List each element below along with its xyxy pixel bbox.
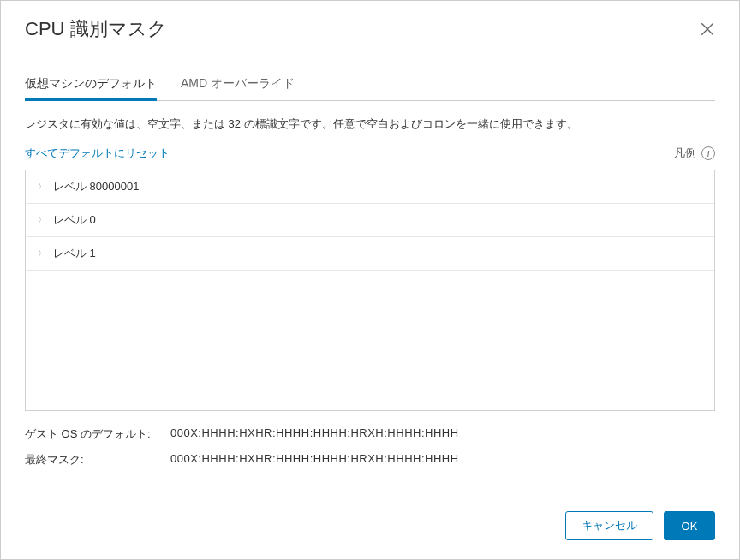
chevron-right-icon: 〉 (38, 181, 45, 193)
ok-button[interactable]: OK (664, 511, 715, 540)
tab-vm-default[interactable]: 仮想マシンのデフォルト (25, 69, 157, 101)
tab-label: 仮想マシンのデフォルト (25, 76, 157, 90)
legend-label: 凡例 (674, 146, 696, 161)
guest-default-label: ゲスト OS のデフォルト: (25, 426, 170, 442)
dialog-header: CPU 識別マスク (1, 1, 739, 54)
tab-amd-override[interactable]: AMD オーバーライド (181, 69, 295, 101)
level-label: レベル 0 (53, 212, 96, 228)
guest-default-value: 000X:HHHH:HXHR:HHHH:HHHH:HRXH:HHHH:HHHH (170, 426, 459, 442)
description-text: レジスタに有効な値は、空文字、または 32 の標識文字です。任意で空白およびコロ… (25, 116, 715, 132)
chevron-right-icon: 〉 (38, 214, 45, 226)
chevron-right-icon: 〉 (38, 247, 45, 259)
dialog-body: 仮想マシンのデフォルト AMD オーバーライド レジスタに有効な値は、空文字、ま… (1, 54, 739, 494)
cancel-button[interactable]: キャンセル (565, 511, 653, 540)
info-icon[interactable]: i (701, 146, 715, 160)
level-row[interactable]: 〉 レベル 1 (26, 237, 714, 271)
summary: ゲスト OS のデフォルト: 000X:HHHH:HXHR:HHHH:HHHH:… (25, 426, 715, 478)
reset-all-link[interactable]: すべてデフォルトにリセット (25, 146, 170, 161)
final-mask-label: 最終マスク: (25, 452, 170, 468)
summary-row-guest-default: ゲスト OS のデフォルト: 000X:HHHH:HXHR:HHHH:HHHH:… (25, 426, 715, 442)
level-row[interactable]: 〉 レベル 0 (26, 204, 714, 237)
level-row[interactable]: 〉 レベル 80000001 (26, 170, 714, 204)
levels-list[interactable]: 〉 レベル 80000001 〉 レベル 0 〉 レベル 1 (25, 170, 715, 411)
tab-label: AMD オーバーライド (181, 76, 295, 90)
dialog-footer: キャンセル OK (1, 494, 739, 559)
final-mask-value: 000X:HHHH:HXHR:HHHH:HHHH:HRXH:HHHH:HHHH (170, 452, 459, 468)
summary-row-final-mask: 最終マスク: 000X:HHHH:HXHR:HHHH:HHHH:HRXH:HHH… (25, 452, 715, 468)
level-label: レベル 1 (53, 246, 96, 261)
cpu-mask-dialog: CPU 識別マスク 仮想マシンのデフォルト AMD オーバーライド レジスタに有… (1, 1, 739, 559)
legend: 凡例 i (674, 146, 715, 161)
dialog-title: CPU 識別マスク (25, 16, 167, 42)
tab-bar: 仮想マシンのデフォルト AMD オーバーライド (25, 69, 715, 101)
level-label: レベル 80000001 (53, 179, 139, 194)
close-icon[interactable] (700, 21, 715, 37)
toolbar: すべてデフォルトにリセット 凡例 i (25, 146, 715, 161)
